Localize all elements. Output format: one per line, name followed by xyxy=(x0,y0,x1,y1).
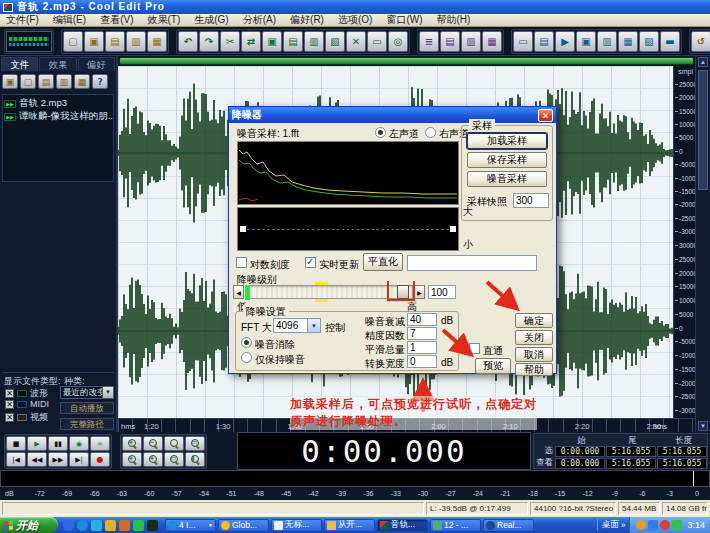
volume-tray-icon[interactable] xyxy=(648,520,658,530)
auto-play-button[interactable]: 自动播放 xyxy=(60,402,114,414)
copy-icon[interactable]: ▣ xyxy=(262,31,282,52)
preview-button[interactable]: 预览 xyxy=(475,358,511,374)
open-append-icon[interactable]: ▥ xyxy=(126,31,146,52)
menu-item[interactable]: 窗口(W) xyxy=(386,13,422,27)
menu-item[interactable]: 效果(T) xyxy=(147,13,180,27)
app-icon[interactable] xyxy=(133,520,144,531)
precision-input[interactable]: 7 xyxy=(407,327,437,340)
pause-button[interactable]: ▮▮ xyxy=(48,436,68,451)
snapshot-input[interactable]: 300 xyxy=(513,193,549,208)
taskbar-item-notepad[interactable]: 无标... xyxy=(271,519,322,532)
play-looped-button[interactable]: ◉ xyxy=(69,436,89,451)
view-end[interactable]: 5:16.055 xyxy=(606,458,656,469)
taskbar-clock[interactable]: 3:14 xyxy=(687,520,705,530)
media-player-icon[interactable] xyxy=(91,520,102,531)
status-window-icon[interactable]: ▬ xyxy=(660,31,680,52)
frequency-analysis-icon[interactable]: ▥ xyxy=(597,31,617,52)
help-button[interactable]: 帮助 xyxy=(515,363,553,376)
undo-icon[interactable]: ↶ xyxy=(178,31,198,52)
scrollbar-thumb[interactable] xyxy=(698,70,708,190)
app-icon[interactable] xyxy=(147,520,158,531)
mail-icon[interactable] xyxy=(119,520,130,531)
app-tray-icon[interactable] xyxy=(672,520,682,530)
sort-dropdown[interactable]: 最近的改变 ▼ xyxy=(60,386,114,399)
open-file-icon[interactable]: ▣ xyxy=(84,31,104,52)
level-handle-left[interactable] xyxy=(240,226,246,232)
left-channel-radio[interactable] xyxy=(375,127,386,138)
trim-icon[interactable]: ▭ xyxy=(367,31,387,52)
redo-icon[interactable]: ↷ xyxy=(199,31,219,52)
go-to-end-button[interactable]: ▶| xyxy=(69,452,89,467)
menu-item[interactable]: 编辑(E) xyxy=(53,13,86,27)
bypass-checkbox[interactable] xyxy=(469,343,480,354)
view-start[interactable]: 0:00.000 xyxy=(555,458,605,469)
scroll-up-icon[interactable]: ▲ xyxy=(698,57,708,67)
smoothing-input[interactable]: 1 xyxy=(407,341,437,354)
flatten-button[interactable]: 平直化 xyxy=(363,253,403,271)
edit-file-icon[interactable]: ▤ xyxy=(38,74,54,89)
zoom-restore-button[interactable] xyxy=(164,436,184,451)
checkbox-video[interactable]: ✕ 视频 xyxy=(5,411,48,424)
properties-icon[interactable]: ▤ xyxy=(534,31,554,52)
save-as-icon[interactable]: ▦ xyxy=(147,31,167,52)
checkbox-midi[interactable]: ✕ MIDI xyxy=(5,399,49,409)
level-meter[interactable] xyxy=(0,470,710,487)
fft-size-combo[interactable]: 4096 ▼ xyxy=(273,318,321,333)
security-tray-icon[interactable] xyxy=(636,520,646,530)
close-file-icon[interactable]: ▢ xyxy=(20,74,36,89)
cut-icon[interactable]: ✂ xyxy=(220,31,240,52)
zoom-in-right-button[interactable]: + xyxy=(143,452,163,467)
dialog-title-bar[interactable]: 降噪器 xyxy=(229,107,556,123)
menu-item[interactable]: 选项(O) xyxy=(338,13,372,27)
menu-item[interactable]: 帮助(H) xyxy=(437,13,471,27)
time-display[interactable]: 0:00.000 xyxy=(237,432,531,470)
folder-icon[interactable] xyxy=(105,520,116,531)
help-icon[interactable]: ? xyxy=(92,74,108,89)
options-icon[interactable]: ▦ xyxy=(74,74,90,89)
menu-item[interactable]: 偏好(R) xyxy=(290,13,324,27)
desktop-toolbar[interactable]: 桌面 » xyxy=(597,519,630,531)
log-scale-checkbox[interactable] xyxy=(236,257,247,268)
play-list-icon[interactable]: ▥ xyxy=(461,31,481,52)
taskbar-item-qq[interactable]: Glob... xyxy=(218,519,269,532)
delete-selection-icon[interactable]: ✕ xyxy=(346,31,366,52)
noise-reduce-input[interactable]: 40 xyxy=(407,313,437,326)
record-button[interactable]: ● xyxy=(90,452,110,467)
save-file-icon[interactable]: ▤ xyxy=(105,31,125,52)
zoom-selection-button[interactable]: ▭ xyxy=(164,452,184,467)
zoom-full-button[interactable]: ‖ xyxy=(185,452,205,467)
cd-player-icon[interactable]: ▧ xyxy=(639,31,659,52)
title-bar[interactable]: 音轨 2.mp3 - Cool Edit Pro xyxy=(0,0,710,14)
zoom-in-left-button[interactable]: + xyxy=(122,452,142,467)
load-profile-button[interactable]: 加载采样 xyxy=(467,133,547,149)
fast-forward-button[interactable]: ▶▶ xyxy=(48,452,68,467)
copy-to-new-icon[interactable]: ▧ xyxy=(325,31,345,52)
level-handle-right[interactable] xyxy=(450,226,456,232)
tab-favorites[interactable]: 偏好 xyxy=(78,57,115,71)
tab-effects[interactable]: 效果 xyxy=(39,57,76,71)
play-window-icon[interactable]: ▶ xyxy=(555,31,575,52)
menu-item[interactable]: 查看(V) xyxy=(100,13,133,27)
zoom-out-button[interactable]: − xyxy=(143,436,163,451)
noise-profile-graph[interactable] xyxy=(237,141,459,205)
menu-item[interactable]: 分析(A) xyxy=(243,13,276,27)
start-button[interactable]: 开始 xyxy=(0,517,58,533)
paste-icon[interactable]: ▤ xyxy=(283,31,303,52)
file-list-item[interactable]: ▶▶ 音轨 2.mp3 xyxy=(4,97,112,110)
vertical-scrollbar[interactable]: ▲ ▼ xyxy=(695,56,710,432)
open-file-icon[interactable]: ▣ xyxy=(2,74,18,89)
taskbar-item-folder[interactable]: 从开... xyxy=(324,519,375,532)
taskbar-item-cool-edit[interactable]: 音轨... xyxy=(377,519,428,532)
insert-multitrack-icon[interactable]: ▥ xyxy=(56,74,72,89)
save-profile-button[interactable]: 保存采样 xyxy=(467,152,547,168)
mix-paste-icon[interactable]: ▥ xyxy=(304,31,324,52)
tab-files[interactable]: 文件 xyxy=(1,57,38,71)
selection-end[interactable]: 5:16.055 xyxy=(606,446,656,457)
close-icon[interactable]: ✕ xyxy=(538,109,553,122)
antivirus-tray-icon[interactable] xyxy=(660,520,670,530)
multitrack-view-icon[interactable]: ≡ xyxy=(419,31,439,52)
monitor-record-icon[interactable]: ▣ xyxy=(576,31,596,52)
menu-item[interactable]: 生成(G) xyxy=(194,13,228,27)
remove-noise-radio[interactable] xyxy=(241,337,252,348)
slider-right-arrow-icon[interactable]: ▶ xyxy=(414,285,425,299)
